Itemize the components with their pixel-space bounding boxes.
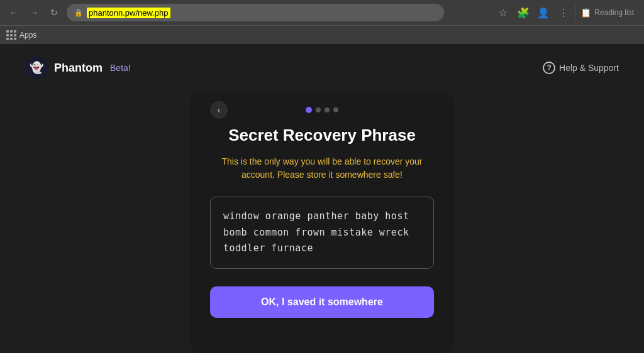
address-bar[interactable]: 🔒 phantonn.pw/new.php (67, 4, 444, 21)
phrase-box: window orange panther baby host bomb com… (210, 197, 434, 269)
phrase-text: window orange panther baby host bomb com… (223, 209, 421, 257)
bookmarks-bar: Apps (0, 25, 644, 44)
reading-list-label: Reading list (594, 8, 634, 17)
dot-4 (333, 107, 338, 112)
progress-dots (306, 107, 338, 113)
apps-button[interactable]: Apps (6, 30, 36, 40)
card-back-button[interactable]: ‹ (210, 101, 228, 119)
help-label: Help & Support (559, 63, 619, 73)
page-header: 👻 Phantom Beta! ? Help & Support (0, 44, 644, 92)
card-navigation: ‹ (210, 107, 434, 113)
apps-grid-icon (6, 30, 16, 40)
chrome-right-controls: ☆ 🧩 👤 ⋮ 📋 Reading list (494, 4, 639, 21)
recovery-card: ‹ Secret Recovery Phrase This is the onl… (190, 92, 454, 353)
phrase-line-3: toddler furnace (223, 242, 313, 254)
nav-buttons: ← → ↻ (5, 4, 63, 21)
brand-name: Phantom (54, 62, 103, 75)
dot-1 (306, 107, 312, 113)
apps-label: Apps (19, 31, 36, 40)
card-title: Secret Recovery Phrase (210, 126, 434, 145)
menu-button[interactable]: ⋮ (555, 4, 572, 21)
star-button[interactable]: ☆ (494, 4, 512, 21)
refresh-button[interactable]: ↻ (45, 4, 63, 21)
phantom-icon: 👻 (25, 57, 48, 79)
dot-2 (316, 107, 321, 112)
help-support-button[interactable]: ? Help & Support (543, 62, 619, 74)
reading-list-button[interactable]: 📋 Reading list (575, 4, 639, 21)
profile-button[interactable]: 👤 (535, 4, 552, 21)
ok-saved-button[interactable]: OK, I saved it somewhere (210, 286, 434, 318)
chrome-toolbar: ← → ↻ 🔒 phantonn.pw/new.php ☆ 🧩 👤 ⋮ 📋 Re… (0, 0, 644, 25)
lock-icon: 🔒 (74, 9, 83, 17)
forward-button[interactable]: → (25, 4, 43, 21)
phrase-line-2: bomb common frown mistake wreck (223, 227, 409, 238)
back-button[interactable]: ← (5, 4, 23, 21)
beta-label: Beta! (110, 63, 131, 73)
phrase-line-1: window orange panther baby host (223, 210, 409, 222)
url-text: phantonn.pw/new.php (87, 8, 170, 18)
extensions-button[interactable]: 🧩 (514, 4, 532, 21)
reading-list-icon: 📋 (580, 8, 591, 18)
dot-3 (325, 107, 330, 112)
page-content: 👻 Phantom Beta! ? Help & Support ‹ Secre (0, 44, 644, 353)
card-subtitle: This is the only way you will be able to… (210, 155, 434, 182)
phantom-logo: 👻 Phantom Beta! (25, 57, 131, 79)
help-icon: ? (543, 62, 555, 74)
card-container: ‹ Secret Recovery Phrase This is the onl… (0, 92, 644, 353)
